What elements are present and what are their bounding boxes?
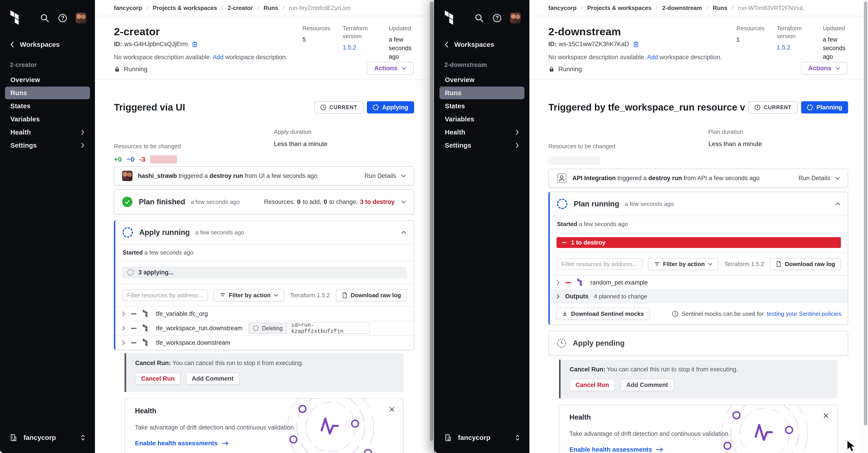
scrollbar-thumb[interactable] <box>864 1 867 425</box>
chevron-right-icon <box>515 129 519 135</box>
filter-by-action-button[interactable]: Filter by action <box>648 258 718 270</box>
run-page: Triggered via UI CURRENT Applying Resour… <box>95 101 434 453</box>
resource-row[interactable]: tfe_workspace_run.downstream Deleting id… <box>115 321 414 335</box>
run-details-toggle[interactable]: Run Details <box>798 175 840 182</box>
run-details-toggle[interactable]: Run Details <box>364 173 406 180</box>
sentinel-policies-link[interactable]: testing your Sentinel policies <box>767 310 841 318</box>
resource-row[interactable]: random_pet.example <box>550 275 848 290</box>
terraform-version-link[interactable]: 1.5.2 <box>777 43 811 52</box>
sidebar-item-settings[interactable]: Settings <box>5 139 90 152</box>
api-user-icon <box>557 173 567 183</box>
breadcrumb-runs[interactable]: Runs <box>713 4 727 11</box>
run-state-badge: Planning <box>801 101 848 114</box>
terraform-version-link[interactable]: 1.5.2 <box>343 43 377 52</box>
spinner-icon <box>127 269 134 276</box>
apply-running-header[interactable]: Apply running a few seconds ago <box>115 221 414 244</box>
sidebar-item-runs[interactable]: Runs <box>439 87 524 99</box>
back-to-workspaces-link[interactable]: Workspaces <box>434 26 529 49</box>
download-sentinel-mocks-button[interactable]: Download Sentinel mocks <box>556 308 650 320</box>
help-icon[interactable] <box>58 13 67 23</box>
destroy-proportion-bar <box>150 155 177 163</box>
filter-resources-input[interactable] <box>122 290 208 301</box>
enable-health-assessments-link[interactable]: Enable health assessments <box>569 446 827 453</box>
enable-health-assessments-link[interactable]: Enable health assessments <box>135 440 393 447</box>
user-avatar[interactable] <box>76 13 86 24</box>
resource-row[interactable]: tfe_variable.tfc_org <box>115 306 414 321</box>
sidebar-item-runs[interactable]: Runs <box>5 87 90 99</box>
close-icon[interactable] <box>823 413 829 419</box>
breadcrumb-org[interactable]: fancycorp <box>114 4 142 11</box>
close-icon[interactable] <box>389 406 395 412</box>
sidebar-item-health[interactable]: Health <box>439 126 524 139</box>
health-illustration <box>690 404 830 453</box>
terraform-resource-icon <box>577 278 585 287</box>
breadcrumb-runs[interactable]: Runs <box>264 4 278 11</box>
outputs-row[interactable]: Outputs 4 planned to change <box>550 290 848 303</box>
workspace-header: 2-downstream ID: ws-15C1ww7ZK3hK7KaD No … <box>529 16 868 80</box>
sidebar-item-health[interactable]: Health <box>5 126 90 139</box>
cancel-run-button[interactable]: Cancel Run <box>569 379 615 391</box>
org-switcher[interactable]: fancycorp <box>434 433 529 453</box>
breadcrumb-workspace[interactable]: 2-downstream <box>662 4 702 11</box>
terraform-resource-icon <box>143 338 150 347</box>
add-comment-button[interactable]: Add Comment <box>620 379 674 391</box>
mouse-cursor <box>846 440 859 453</box>
run-stats: Resources to be changed +0 ~0 -3 Apply d… <box>114 127 414 161</box>
plan-running-header[interactable]: Plan running a few seconds ago <box>550 192 848 216</box>
cancel-run-button[interactable]: Cancel Run <box>135 372 181 385</box>
resource-row[interactable]: tfe_workspace.downstream <box>115 335 414 350</box>
apply-started-line: Started a few seconds ago <box>115 244 414 261</box>
run-stats: Resources to be changed Plan duration Le… <box>548 127 848 161</box>
actions-button[interactable]: Actions <box>367 62 414 74</box>
sidebar-item-overview[interactable]: Overview <box>439 73 524 86</box>
sidebar-item-overview[interactable]: Overview <box>5 73 90 86</box>
filter-resources-input[interactable] <box>557 259 642 270</box>
breadcrumb-projects[interactable]: Projects & workspaces <box>587 4 652 11</box>
workspace-section-label: 2-creator <box>0 49 95 68</box>
org-switcher[interactable]: fancycorp <box>0 433 95 453</box>
scrollbar-thumb[interactable] <box>430 1 433 441</box>
actions-button[interactable]: Actions <box>801 62 848 74</box>
terraform-resource-icon <box>143 324 150 333</box>
terraform-version-inline: Terraform 1.5.2 <box>290 292 330 299</box>
scrollbar[interactable] <box>429 0 434 453</box>
apply-pending-box[interactable]: Apply pending <box>548 331 848 356</box>
sidebar-item-variables[interactable]: Variables <box>5 113 90 125</box>
terraform-version-inline: Terraform 1.5.2 <box>724 261 764 268</box>
workspace-nav: Overview Runs States Variables Health Se… <box>434 73 529 152</box>
copy-icon[interactable] <box>191 41 198 48</box>
add-description-link[interactable]: Add <box>213 54 223 61</box>
breadcrumb-workspace[interactable]: 2-creator <box>228 4 253 11</box>
download-raw-log-button[interactable]: Download raw log <box>336 289 407 301</box>
plan-finished-box[interactable]: Plan finished a few seconds ago Resource… <box>114 189 414 214</box>
sidebar-item-states[interactable]: States <box>439 100 524 112</box>
chevron-down-icon[interactable] <box>401 200 406 204</box>
run-state-badge: Applying <box>367 101 414 114</box>
breadcrumb-org[interactable]: fancycorp <box>548 4 577 11</box>
sidebar-item-states[interactable]: States <box>5 100 90 112</box>
updated-value: a few seconds ago <box>389 35 414 61</box>
sidebar-item-settings[interactable]: Settings <box>439 139 524 152</box>
search-icon[interactable] <box>40 13 50 23</box>
help-icon[interactable] <box>492 13 502 23</box>
user-avatar[interactable] <box>510 13 521 24</box>
sentinel-info: Sentinel mocks can be used for testing y… <box>672 310 841 318</box>
search-icon[interactable] <box>474 13 484 23</box>
workspace-description: No workspace description available. Add … <box>114 54 287 61</box>
change-counts: +0 ~0 -3 <box>114 155 181 163</box>
copy-icon[interactable] <box>633 41 640 48</box>
terraform-resource-icon <box>143 309 150 318</box>
add-description-link[interactable]: Add <box>647 54 658 61</box>
back-to-workspaces-link[interactable]: Workspaces <box>0 26 95 49</box>
chevron-right-icon <box>556 280 560 285</box>
chevron-left-icon <box>9 41 15 48</box>
sidebar-item-variables[interactable]: Variables <box>439 113 524 125</box>
add-comment-button[interactable]: Add Comment <box>186 372 240 385</box>
current-badge[interactable]: CURRENT <box>748 101 798 114</box>
filter-by-action-button[interactable]: Filter by action <box>214 289 284 301</box>
current-badge[interactable]: CURRENT <box>314 101 363 114</box>
run-trigger-box: API Integration triggered a destroy run … <box>548 169 848 188</box>
breadcrumb-projects[interactable]: Projects & workspaces <box>153 4 217 11</box>
download-raw-log-button[interactable]: Download raw log <box>770 258 841 270</box>
scrollbar[interactable] <box>863 0 868 453</box>
